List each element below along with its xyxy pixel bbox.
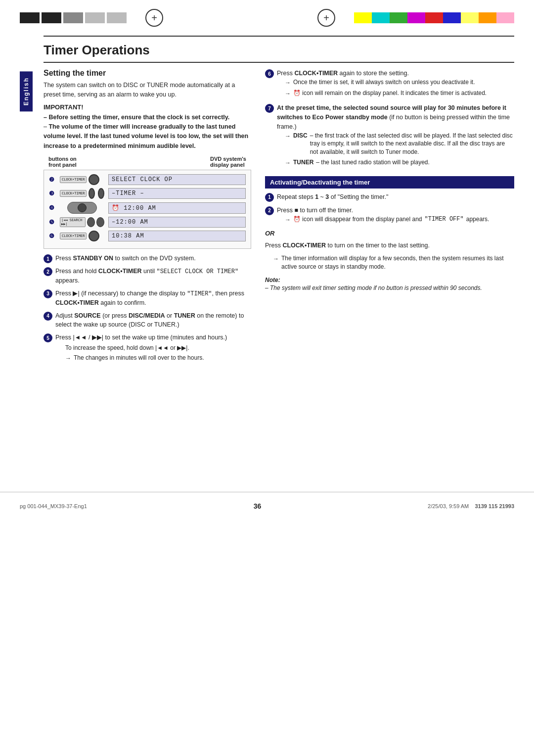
act-step-1-text: Repeat steps 1 ~ 3 of "Setting the timer…: [277, 192, 388, 202]
important-block: – Before setting the timer, ensure that …: [44, 113, 251, 151]
note-text: – The system will exit timer setting mod…: [265, 284, 514, 292]
step-3: 3 Press ▶| (if necessary) to change the …: [44, 289, 251, 308]
diagram-row-4-button: [60, 202, 104, 214]
black-bar-2: [42, 12, 61, 23]
activating-heading: Activating/Deactivating the timer: [265, 176, 514, 189]
important-line-1-bold: – Before setting the timer, ensure that …: [44, 114, 229, 121]
page-footer: pg 001-044_MX39-37-Eng1 36 2/25/03, 9:59…: [0, 492, 534, 515]
diagram-box: ❷ CLOCK•TIMER SELECT CLOCK OP ❸ CLOCK•T: [44, 170, 251, 249]
step-4: 4 Adjust SOURCE (or press DISC/MEDIA or …: [44, 311, 251, 330]
diagram-row-4-num: ❹: [49, 204, 56, 211]
color-bars: [354, 12, 514, 23]
act-step-2-arrow: ⏰ icon will disappear from the display p…: [285, 215, 489, 224]
important-line-2-bold: The volume of the timer will increase gr…: [44, 123, 248, 149]
color-bar-green: [390, 12, 407, 23]
diagram-row-5-button: |◄◄ SEARCH ▶▶|: [60, 217, 104, 227]
color-bar-pink: [496, 12, 514, 23]
step-1-text: Press STANDBY ON to switch on the DVD sy…: [55, 254, 196, 263]
right-step-7-arrow-tuner: TUNER – the last tuned radio station wil…: [285, 158, 514, 167]
right-step-6-num: 6: [265, 69, 274, 78]
act-step-2-num: 2: [265, 206, 274, 215]
diagram-labels: buttons onfront panel DVD system'sdispla…: [44, 156, 251, 168]
act-step-2: 2 Press ■ to turn off the timer. ⏰ icon …: [265, 206, 514, 226]
step-5-content: Press |◄◄ / ▶▶| to set the wake up time …: [55, 333, 227, 365]
diagram-row-2-num: ❷: [49, 176, 56, 183]
color-bar-blue: [443, 12, 461, 23]
color-bar-yellow2: [461, 12, 479, 23]
step-5-num: 5: [44, 333, 52, 342]
note-label: Note:: [265, 277, 280, 284]
diagram-row-2: ❷ CLOCK•TIMER SELECT CLOCK OP: [49, 174, 246, 185]
two-column-layout: Setting the timer The system can switch …: [44, 69, 514, 370]
setting-timer-intro: The system can switch on to DISC or TUNE…: [44, 81, 251, 99]
footer-left: pg 001-044_MX39-37-Eng1: [20, 503, 87, 509]
step-2-num: 2: [44, 267, 52, 276]
diagram-row-6-button: CLOCK•TIMER: [60, 231, 104, 241]
footer-right: 2/25/03, 9:59 AM 3139 115 21993: [428, 503, 514, 509]
step-3-num: 3: [44, 289, 52, 298]
act-step-2-text: Press ■ to turn off the timer.: [277, 207, 353, 214]
right-step-7-num: 7: [265, 104, 274, 113]
act-step-1-num: 1: [265, 193, 274, 202]
setting-timer-heading: Setting the timer: [44, 69, 251, 78]
act-step-2-content: Press ■ to turn off the timer. ⏰ icon wi…: [277, 206, 489, 226]
step-2-text: Press and hold CLOCK•TIMER until "SELECT…: [55, 267, 251, 285]
right-step-7: 7 At the preset time, the selected sound…: [265, 103, 514, 169]
diagram-row-3-num: ❸: [49, 190, 56, 197]
step-5: 5 Press |◄◄ / ▶▶| to set the wake up tim…: [44, 333, 251, 365]
step-1-num: 1: [44, 254, 52, 263]
right-step-6: 6 Press CLOCK•TIMER again to store the s…: [265, 69, 514, 99]
right-step-6-text: Press CLOCK•TIMER again to store the set…: [277, 70, 409, 77]
right-column: 6 Press CLOCK•TIMER again to store the s…: [265, 69, 514, 370]
diagram-label-left: buttons onfront panel: [48, 156, 77, 168]
or-section-arrow: The timer information will display for a…: [273, 254, 514, 271]
black-bar-3: [63, 12, 83, 23]
sidebar: English: [20, 32, 34, 477]
note-block: Note: – The system will exit timer setti…: [265, 276, 514, 293]
right-step-6-content: Press CLOCK•TIMER again to store the set…: [277, 69, 487, 99]
color-bar-header: [0, 0, 534, 32]
color-bar-orange: [479, 12, 496, 23]
diagram-row-6: ❻ CLOCK•TIMER 10:38 AM: [49, 231, 246, 241]
crosshair-right: [317, 9, 335, 27]
footer-date: 2/25/03, 9:59 AM: [428, 503, 469, 509]
important-line-1: – Before setting the timer, ensure that …: [44, 113, 251, 122]
color-bar-red: [425, 12, 443, 23]
diagram-row-6-display: 10:38 AM: [108, 231, 246, 241]
diagram-row-2-button: CLOCK•TIMER: [60, 174, 104, 185]
crosshair-left: [145, 9, 163, 27]
step-2: 2 Press and hold CLOCK•TIMER until "SELE…: [44, 267, 251, 285]
right-step-6-arrow-2: ⏰ icon will remain on the display panel.…: [285, 89, 487, 98]
black-bar-1: [20, 12, 40, 23]
diagram-row-3-button: CLOCK•TIMER: [60, 188, 104, 199]
top-divider: [44, 36, 514, 37]
title-divider: [44, 62, 514, 63]
diagram-row-3-display: –TIMER –: [108, 188, 246, 199]
language-tab: English: [20, 71, 33, 111]
step-5-sub-1: To increase the speed, hold down |◄◄ or …: [65, 343, 227, 352]
right-step-6-arrow-1: Once the timer is set, it will always sw…: [285, 78, 487, 87]
or-section-text: Press CLOCK•TIMER to turn on the timer t…: [265, 241, 514, 250]
right-step-7-text: At the preset time, the selected sound s…: [277, 104, 510, 130]
steps-list: 1 Press STANDBY ON to switch on the DVD …: [44, 254, 251, 365]
right-step-7-content: At the preset time, the selected sound s…: [277, 103, 514, 169]
diagram-row-5: ❺ |◄◄ SEARCH ▶▶| –12:00 AM: [49, 217, 246, 228]
color-bar-yellow: [354, 12, 372, 23]
diagram-row-2-display: SELECT CLOCK OP: [108, 174, 246, 185]
act-step-1: 1 Repeat steps 1 ~ 3 of "Setting the tim…: [265, 192, 514, 202]
important-line-2: – The volume of the timer will increase …: [44, 122, 251, 151]
step-5-sub: To increase the speed, hold down |◄◄ or …: [65, 343, 227, 363]
page-title: Timer Operations: [44, 43, 514, 58]
footer-code: 3139 115 21993: [475, 503, 514, 509]
step-3-text: Press ▶| (if necessary) to change the di…: [55, 289, 251, 308]
left-column: Setting the timer The system can switch …: [44, 69, 251, 370]
step-5-text: Press |◄◄ / ▶▶| to set the wake up time …: [55, 334, 227, 341]
step-5-sub-2: The changes in minutes will roll over to…: [65, 354, 227, 363]
right-step-7-arrow-disc: DISC – the first track of the last selec…: [285, 132, 514, 156]
black-bar-5: [107, 12, 127, 23]
step-1: 1 Press STANDBY ON to switch on the DVD …: [44, 254, 251, 263]
footer-page-number: 36: [254, 502, 262, 510]
color-bar-magenta: [407, 12, 425, 23]
black-bar-4: [85, 12, 105, 23]
diagram-row-3: ❸ CLOCK•TIMER –TIMER –: [49, 188, 246, 199]
